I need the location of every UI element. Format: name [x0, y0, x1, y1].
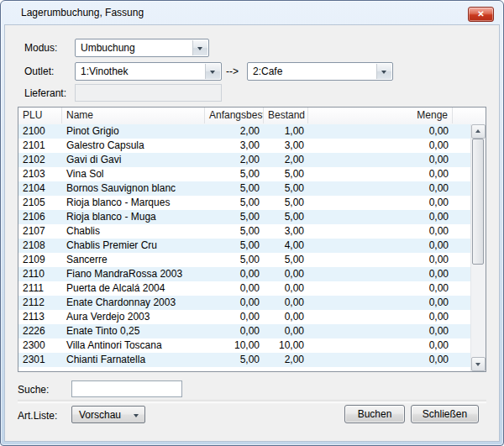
table-row[interactable]: 2110Fiano MandraRossa 20030,000,000,00 [18, 267, 473, 281]
table-row[interactable]: 2108Chablis Premier Cru5,004,000,00 [18, 239, 473, 253]
scroll-down-button[interactable] [471, 357, 486, 371]
table-row[interactable]: 2112Enate Chardonnay 20030,000,000,00 [18, 296, 473, 310]
cell-name: Puerta de Alcalá 2004 [62, 281, 205, 296]
column-header-filler [453, 108, 486, 123]
table-row[interactable]: 2104Bornos Sauvignon blanc5,005,000,00 [18, 181, 473, 196]
cell-plu: 2103 [18, 167, 62, 181]
column-header-name[interactable]: Name [62, 108, 205, 123]
close-icon: ✕ [477, 9, 484, 18]
cell-bestand: 0,00 [264, 267, 308, 281]
table-row[interactable]: 2226Enate Tinto 0,250,000,000,00 [18, 324, 473, 338]
cell-plu: 2301 [18, 353, 62, 367]
schliessen-button[interactable]: Schließen [411, 405, 479, 423]
cell-plu: 2108 [18, 239, 62, 253]
cell-bestand: 10,00 [264, 338, 308, 353]
cell-bestand: 5,00 [264, 253, 308, 267]
cell-bestand: 3,00 [264, 139, 308, 153]
cell-plu: 2104 [18, 181, 62, 196]
cell-bestand: 5,00 [264, 181, 308, 196]
outlet-to-value: 2:Cafe [253, 63, 282, 80]
cell-menge: 0,00 [308, 281, 453, 296]
chevron-down-icon [134, 414, 139, 417]
table-row[interactable]: 2109Sancerre5,005,000,00 [18, 253, 473, 267]
cell-menge: 0,00 [308, 338, 453, 353]
vertical-scrollbar[interactable] [470, 124, 486, 371]
cell-bestand: 5,00 [264, 167, 308, 181]
cell-bestand: 4,00 [264, 239, 308, 253]
table-row[interactable]: 2106Rioja blanco - Muga5,005,000,00 [18, 210, 473, 224]
cell-menge: 0,00 [308, 139, 453, 153]
dialog-window: Lagerumbuchung, Fassung ✕ Modus: Umbuchu… [0, 0, 504, 446]
triangle-down-icon [475, 363, 480, 366]
column-header-anfangsbest[interactable]: Anfangsbest. [205, 108, 264, 123]
table-row[interactable]: 2111Puerta de Alcalá 20040,000,000,00 [18, 281, 473, 296]
cell-bestand: 2,00 [264, 353, 308, 367]
cell-anfangsbest: 5,00 [205, 353, 264, 367]
dialog-content: Modus: Umbuchung Outlet: 1:Vinothek --> … [4, 24, 500, 442]
titlebar[interactable]: Lagerumbuchung, Fassung ✕ [1, 1, 503, 24]
modus-value: Umbuchung [81, 39, 135, 56]
cell-plu: 2113 [18, 310, 62, 324]
cell-name: Rioja blanco - Muga [62, 210, 205, 224]
modus-label: Modus: [24, 42, 57, 54]
table-row[interactable]: 2101Galestro Capsula3,003,000,00 [18, 139, 473, 153]
table-row[interactable]: 2103Vina Sol5,005,000,00 [18, 167, 473, 181]
artliste-label: Art.Liste: [18, 410, 57, 422]
cell-plu: 2102 [18, 153, 62, 167]
column-header-plu[interactable]: PLU [18, 108, 62, 123]
cell-menge: 0,00 [308, 181, 453, 196]
column-header-bestand[interactable]: Bestand [264, 108, 308, 123]
table-body: 2100Pinot Grigio2,001,000,002101Galestro… [18, 124, 473, 371]
cell-name: Gavi di Gavi [62, 153, 205, 167]
cell-anfangsbest: 5,00 [205, 253, 264, 267]
cell-plu: 2112 [18, 296, 62, 310]
table-row[interactable]: 2113Aura Verdejo 20030,000,000,00 [18, 310, 473, 324]
cell-bestand: 5,00 [264, 210, 308, 224]
cell-plu: 2107 [18, 224, 62, 239]
cell-name: Vina Sol [62, 167, 205, 181]
buchen-button[interactable]: Buchen [344, 405, 405, 423]
cell-menge: 0,00 [308, 153, 453, 167]
cell-plu: 2100 [18, 124, 62, 139]
cell-bestand: 2,00 [264, 153, 308, 167]
cell-anfangsbest: 0,00 [205, 281, 264, 296]
outlet-from-combobox[interactable]: 1:Vinothek [75, 62, 222, 81]
cell-bestand: 0,00 [264, 296, 308, 310]
cell-menge: 0,00 [308, 324, 453, 338]
cell-name: Bornos Sauvignon blanc [62, 181, 205, 196]
column-header-menge[interactable]: Menge [308, 108, 453, 123]
cell-name: Chianti Farnatella [62, 353, 205, 367]
cell-name: Chablis Premier Cru [62, 239, 205, 253]
table-row[interactable]: 2100Pinot Grigio2,001,000,00 [18, 124, 473, 139]
close-button[interactable]: ✕ [468, 7, 494, 22]
cell-menge: 0,00 [308, 224, 453, 239]
outlet-to-combobox[interactable]: 2:Cafe [247, 62, 393, 81]
cell-menge: 0,00 [308, 124, 453, 139]
search-input[interactable] [71, 380, 182, 397]
cell-name: Chablis [62, 224, 205, 239]
cell-bestand: 0,00 [264, 281, 308, 296]
table-row[interactable]: 2107Chablis5,003,000,00 [18, 224, 473, 239]
table-row[interactable]: 2300Villa Antinori Toscana10,0010,000,00 [18, 338, 473, 353]
artliste-value: Vorschau [79, 407, 121, 423]
cell-anfangsbest: 2,00 [205, 153, 264, 167]
lieferant-field[interactable] [75, 84, 222, 102]
cell-name: Villa Antinori Toscana [62, 338, 205, 353]
table-row[interactable]: 2301Chianti Farnatella5,002,000,00 [18, 353, 473, 367]
table-header: PLU Name Anfangsbest. Bestand Menge [18, 108, 486, 125]
artliste-dropdown[interactable]: Vorschau [71, 406, 145, 423]
cell-plu: 2300 [18, 338, 62, 353]
modus-combobox[interactable]: Umbuchung [75, 39, 209, 57]
cell-anfangsbest: 0,00 [205, 310, 264, 324]
table-row[interactable]: 2102Gavi di Gavi2,002,000,00 [18, 153, 473, 167]
cell-bestand: 1,00 [264, 124, 308, 139]
cell-name: Aura Verdejo 2003 [62, 310, 205, 324]
cell-plu: 2105 [18, 196, 62, 210]
table-row[interactable]: 2105Rioja blanco - Marques5,005,000,00 [18, 196, 473, 210]
cell-anfangsbest: 5,00 [205, 181, 264, 196]
outlet-from-value: 1:Vinothek [81, 63, 129, 80]
scrollbar-thumb[interactable] [472, 139, 484, 265]
scroll-up-button[interactable] [471, 124, 486, 139]
article-table: PLU Name Anfangsbest. Bestand Menge 2100… [18, 107, 486, 372]
cell-anfangsbest: 0,00 [205, 267, 264, 281]
